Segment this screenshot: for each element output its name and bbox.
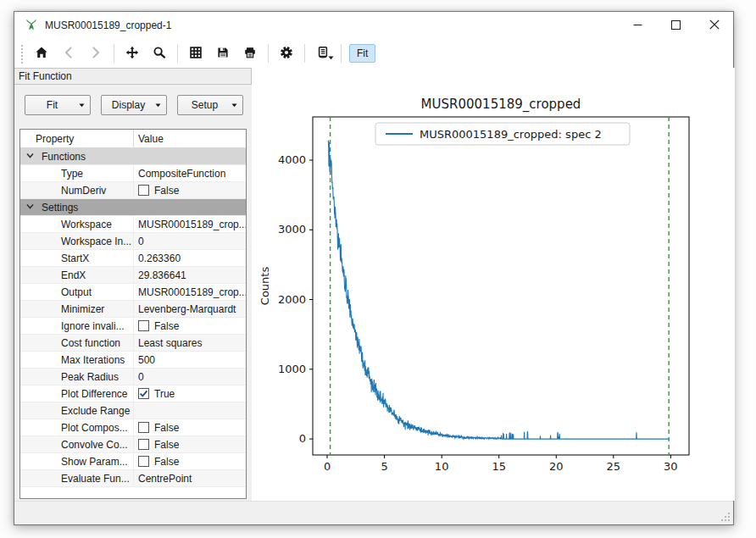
window-title: MUSR00015189_cropped-1 [45, 19, 619, 31]
property-label: Ignore invali... [20, 320, 125, 332]
property-label: Evaluate Fun... [20, 473, 130, 485]
property-value: False [154, 320, 179, 332]
property-row[interactable]: Plot Compos...False [20, 419, 246, 436]
checkbox-unchecked[interactable] [138, 422, 149, 433]
property-value: MUSR00015189_crop... [138, 286, 246, 298]
toolbar-separator [304, 44, 305, 63]
zoom-button[interactable] [147, 42, 172, 65]
back-button[interactable] [56, 42, 81, 65]
property-label: Minimizer [20, 303, 104, 315]
property-row[interactable]: Ignore invali...False [20, 318, 246, 335]
property-value: MUSR00015189_crop... [138, 219, 246, 230]
grid-button[interactable] [183, 42, 208, 65]
chevron-down-icon [25, 202, 35, 214]
plot-canvas[interactable]: MUSR00015189_cropped05101520253001000200… [252, 68, 735, 501]
dropdown-caret-icon [79, 103, 85, 108]
group-row-functions[interactable]: Functions [20, 148, 246, 165]
property-row[interactable]: Show Param...False [20, 453, 246, 470]
checkbox-checked[interactable] [138, 388, 149, 399]
property-row[interactable]: NumDerivFalse [20, 182, 246, 199]
property-label: EndX [20, 269, 86, 281]
property-row[interactable]: Peak Radius0 [20, 369, 246, 385]
checkbox-unchecked[interactable] [138, 320, 149, 331]
table-header: Property Value [20, 130, 246, 148]
toolbar-separator [268, 44, 269, 63]
property-label: Workspace [20, 219, 112, 230]
fit-function-panel: Fit Function FitDisplaySetup Property Va… [14, 68, 252, 501]
property-row[interactable]: Convolve Co...False [20, 436, 246, 453]
generate-script-button[interactable] [310, 42, 336, 65]
magnifier-icon [153, 46, 166, 62]
property-value: False [154, 422, 179, 434]
property-label: Output [20, 286, 92, 298]
minimize-button[interactable] [619, 12, 657, 39]
desktop: MUSR00015189_cropped-1 Fit Fit Function … [0, 0, 756, 538]
print-button[interactable] [237, 42, 263, 65]
toolbar: Fit [14, 39, 733, 68]
fit-menu-row: FitDisplaySetup [14, 85, 252, 115]
arrow-right-icon [89, 46, 103, 62]
property-label: Max Iterations [20, 354, 125, 366]
menu-button-setup[interactable]: Setup [177, 95, 243, 115]
property-row[interactable]: Plot DifferenceTrue [20, 385, 246, 402]
property-label: Exclude Range [20, 405, 130, 417]
data-series-line [328, 140, 669, 439]
y-tick-label: 2000 [278, 293, 306, 306]
property-value: Levenberg-Marquardt [138, 303, 236, 315]
resize-grip-icon[interactable] [721, 513, 731, 522]
x-tick-label: 0 [324, 460, 331, 473]
menu-label: Display [102, 99, 155, 111]
close-button[interactable] [695, 12, 733, 39]
gear-icon [280, 46, 293, 62]
property-row[interactable]: Cost functionLeast squares [20, 335, 246, 352]
property-row[interactable]: EndX29.836641 [20, 267, 246, 284]
panel-title: Fit Function [19, 70, 72, 82]
property-row[interactable]: Workspace In...0 [20, 233, 246, 250]
checkbox-unchecked[interactable] [138, 439, 149, 450]
property-value: 0 [138, 371, 144, 383]
property-row[interactable]: OutputMUSR00015189_crop... [20, 284, 246, 301]
menu-button-fit[interactable]: Fit [25, 95, 91, 115]
minimize-icon [633, 19, 642, 32]
property-row[interactable]: MinimizerLevenberg-Marquardt [20, 301, 246, 318]
main-content: Fit Function FitDisplaySetup Property Va… [14, 68, 733, 501]
forward-button[interactable] [83, 42, 108, 65]
property-row[interactable]: Max Iterations500 [20, 352, 246, 369]
property-label: Plot Difference [20, 388, 128, 400]
x-tick-label: 5 [381, 460, 387, 473]
y-tick-label: 1000 [278, 363, 306, 375]
property-label: Workspace In... [20, 236, 131, 247]
axes-frame [313, 117, 689, 455]
property-row[interactable]: WorkspaceMUSR00015189_crop... [20, 216, 246, 233]
menu-button-display[interactable]: Display [101, 95, 167, 115]
home-button[interactable] [29, 42, 54, 65]
close-icon [709, 19, 720, 32]
property-value: 500 [138, 354, 155, 366]
checkbox-unchecked[interactable] [138, 456, 149, 467]
fit-toggle-button[interactable]: Fit [349, 44, 375, 63]
property-label: Show Param... [20, 456, 128, 468]
property-row[interactable]: TypeCompositeFunction [20, 165, 246, 182]
status-bar [14, 501, 733, 524]
maximize-button[interactable] [657, 12, 695, 39]
toolbar-drag-handle[interactable] [19, 43, 25, 64]
property-label: Cost function [20, 337, 120, 349]
customize-button[interactable] [274, 42, 299, 65]
home-icon [35, 46, 48, 62]
property-row[interactable]: Exclude Range [20, 402, 246, 419]
group-row-settings[interactable]: Settings [20, 199, 246, 216]
property-label: Peak Radius [20, 371, 119, 383]
property-value: CompositeFunction [138, 168, 225, 180]
menu-label: Setup [178, 99, 231, 111]
save-button[interactable] [210, 42, 236, 65]
titlebar[interactable]: MUSR00015189_cropped-1 [14, 12, 733, 39]
checkbox-unchecked[interactable] [138, 185, 149, 196]
menu-label: Fit [25, 99, 79, 111]
property-row[interactable]: Evaluate Fun...CentrePoint [20, 470, 246, 487]
figure[interactable]: MUSR00015189_cropped05101520253001000200… [252, 68, 735, 501]
group-label: Functions [42, 151, 86, 163]
panel-header[interactable]: Fit Function [14, 68, 252, 85]
pan-button[interactable] [120, 42, 145, 65]
property-row[interactable]: StartX0.263360 [20, 250, 246, 267]
x-tick-label: 25 [607, 460, 621, 473]
